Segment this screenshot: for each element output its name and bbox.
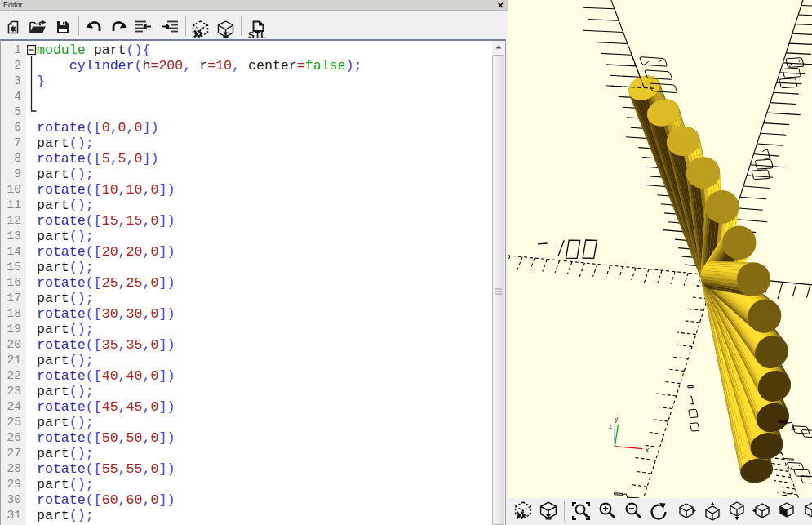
svg-text:z: z [609,422,612,430]
svg-text:STL: STL [248,30,266,40]
